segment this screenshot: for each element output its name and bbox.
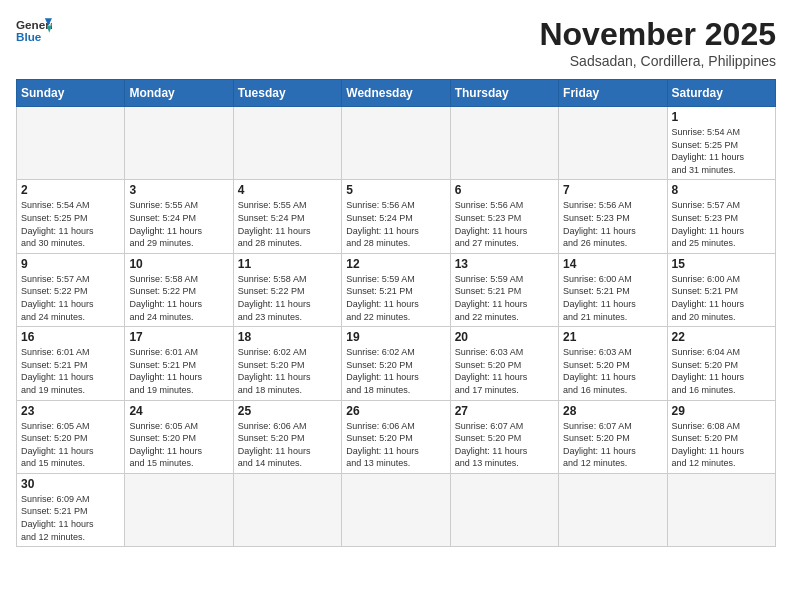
calendar-day-cell: 27Sunrise: 6:07 AM Sunset: 5:20 PM Dayli… xyxy=(450,400,558,473)
calendar-week-row: 23Sunrise: 6:05 AM Sunset: 5:20 PM Dayli… xyxy=(17,400,776,473)
weekday-header: Friday xyxy=(559,80,667,107)
calendar-day-cell: 19Sunrise: 6:02 AM Sunset: 5:20 PM Dayli… xyxy=(342,327,450,400)
title-area: November 2025 Sadsadan, Cordillera, Phil… xyxy=(539,16,776,69)
day-number: 12 xyxy=(346,257,445,271)
day-number: 3 xyxy=(129,183,228,197)
day-number: 13 xyxy=(455,257,554,271)
day-number: 16 xyxy=(21,330,120,344)
calendar-day-cell xyxy=(667,473,775,546)
day-number: 18 xyxy=(238,330,337,344)
day-info: Sunrise: 5:55 AM Sunset: 5:24 PM Dayligh… xyxy=(238,199,337,249)
calendar-day-cell: 25Sunrise: 6:06 AM Sunset: 5:20 PM Dayli… xyxy=(233,400,341,473)
day-info: Sunrise: 6:08 AM Sunset: 5:20 PM Dayligh… xyxy=(672,420,771,470)
day-number: 4 xyxy=(238,183,337,197)
day-info: Sunrise: 5:58 AM Sunset: 5:22 PM Dayligh… xyxy=(129,273,228,323)
calendar-day-cell xyxy=(342,473,450,546)
day-info: Sunrise: 5:56 AM Sunset: 5:23 PM Dayligh… xyxy=(455,199,554,249)
day-number: 29 xyxy=(672,404,771,418)
calendar-day-cell xyxy=(233,107,341,180)
calendar-day-cell: 23Sunrise: 6:05 AM Sunset: 5:20 PM Dayli… xyxy=(17,400,125,473)
day-info: Sunrise: 6:05 AM Sunset: 5:20 PM Dayligh… xyxy=(129,420,228,470)
calendar-week-row: 30Sunrise: 6:09 AM Sunset: 5:21 PM Dayli… xyxy=(17,473,776,546)
day-number: 14 xyxy=(563,257,662,271)
calendar-week-row: 2Sunrise: 5:54 AM Sunset: 5:25 PM Daylig… xyxy=(17,180,776,253)
day-number: 23 xyxy=(21,404,120,418)
day-number: 25 xyxy=(238,404,337,418)
weekday-header: Saturday xyxy=(667,80,775,107)
calendar-day-cell xyxy=(125,107,233,180)
calendar-week-row: 9Sunrise: 5:57 AM Sunset: 5:22 PM Daylig… xyxy=(17,253,776,326)
day-number: 11 xyxy=(238,257,337,271)
calendar-day-cell: 11Sunrise: 5:58 AM Sunset: 5:22 PM Dayli… xyxy=(233,253,341,326)
calendar-day-cell: 4Sunrise: 5:55 AM Sunset: 5:24 PM Daylig… xyxy=(233,180,341,253)
day-info: Sunrise: 5:59 AM Sunset: 5:21 PM Dayligh… xyxy=(455,273,554,323)
day-number: 24 xyxy=(129,404,228,418)
calendar-day-cell: 14Sunrise: 6:00 AM Sunset: 5:21 PM Dayli… xyxy=(559,253,667,326)
calendar-day-cell xyxy=(233,473,341,546)
calendar-day-cell: 9Sunrise: 5:57 AM Sunset: 5:22 PM Daylig… xyxy=(17,253,125,326)
day-info: Sunrise: 6:03 AM Sunset: 5:20 PM Dayligh… xyxy=(563,346,662,396)
calendar-day-cell: 7Sunrise: 5:56 AM Sunset: 5:23 PM Daylig… xyxy=(559,180,667,253)
weekday-header: Wednesday xyxy=(342,80,450,107)
logo: General Blue xyxy=(16,16,52,44)
day-info: Sunrise: 6:09 AM Sunset: 5:21 PM Dayligh… xyxy=(21,493,120,543)
weekday-header: Thursday xyxy=(450,80,558,107)
day-info: Sunrise: 5:56 AM Sunset: 5:23 PM Dayligh… xyxy=(563,199,662,249)
day-info: Sunrise: 5:57 AM Sunset: 5:22 PM Dayligh… xyxy=(21,273,120,323)
calendar-day-cell: 30Sunrise: 6:09 AM Sunset: 5:21 PM Dayli… xyxy=(17,473,125,546)
day-info: Sunrise: 6:07 AM Sunset: 5:20 PM Dayligh… xyxy=(563,420,662,470)
calendar-day-cell xyxy=(450,473,558,546)
calendar-day-cell: 3Sunrise: 5:55 AM Sunset: 5:24 PM Daylig… xyxy=(125,180,233,253)
calendar-day-cell: 17Sunrise: 6:01 AM Sunset: 5:21 PM Dayli… xyxy=(125,327,233,400)
day-info: Sunrise: 5:57 AM Sunset: 5:23 PM Dayligh… xyxy=(672,199,771,249)
day-info: Sunrise: 6:00 AM Sunset: 5:21 PM Dayligh… xyxy=(563,273,662,323)
day-info: Sunrise: 6:02 AM Sunset: 5:20 PM Dayligh… xyxy=(346,346,445,396)
day-info: Sunrise: 6:06 AM Sunset: 5:20 PM Dayligh… xyxy=(238,420,337,470)
day-info: Sunrise: 6:06 AM Sunset: 5:20 PM Dayligh… xyxy=(346,420,445,470)
day-number: 9 xyxy=(21,257,120,271)
calendar-day-cell xyxy=(342,107,450,180)
day-info: Sunrise: 6:04 AM Sunset: 5:20 PM Dayligh… xyxy=(672,346,771,396)
calendar-day-cell: 16Sunrise: 6:01 AM Sunset: 5:21 PM Dayli… xyxy=(17,327,125,400)
calendar-day-cell: 24Sunrise: 6:05 AM Sunset: 5:20 PM Dayli… xyxy=(125,400,233,473)
svg-text:Blue: Blue xyxy=(16,30,42,43)
day-number: 21 xyxy=(563,330,662,344)
day-info: Sunrise: 5:55 AM Sunset: 5:24 PM Dayligh… xyxy=(129,199,228,249)
calendar-week-row: 16Sunrise: 6:01 AM Sunset: 5:21 PM Dayli… xyxy=(17,327,776,400)
day-info: Sunrise: 5:59 AM Sunset: 5:21 PM Dayligh… xyxy=(346,273,445,323)
weekday-header: Monday xyxy=(125,80,233,107)
calendar-day-cell: 5Sunrise: 5:56 AM Sunset: 5:24 PM Daylig… xyxy=(342,180,450,253)
weekday-header-row: SundayMondayTuesdayWednesdayThursdayFrid… xyxy=(17,80,776,107)
day-number: 27 xyxy=(455,404,554,418)
day-number: 20 xyxy=(455,330,554,344)
day-info: Sunrise: 6:03 AM Sunset: 5:20 PM Dayligh… xyxy=(455,346,554,396)
day-info: Sunrise: 6:02 AM Sunset: 5:20 PM Dayligh… xyxy=(238,346,337,396)
day-number: 22 xyxy=(672,330,771,344)
calendar-day-cell: 12Sunrise: 5:59 AM Sunset: 5:21 PM Dayli… xyxy=(342,253,450,326)
calendar-day-cell: 28Sunrise: 6:07 AM Sunset: 5:20 PM Dayli… xyxy=(559,400,667,473)
month-title: November 2025 xyxy=(539,16,776,53)
calendar-day-cell: 26Sunrise: 6:06 AM Sunset: 5:20 PM Dayli… xyxy=(342,400,450,473)
day-info: Sunrise: 6:01 AM Sunset: 5:21 PM Dayligh… xyxy=(21,346,120,396)
calendar-day-cell: 18Sunrise: 6:02 AM Sunset: 5:20 PM Dayli… xyxy=(233,327,341,400)
calendar-day-cell: 6Sunrise: 5:56 AM Sunset: 5:23 PM Daylig… xyxy=(450,180,558,253)
day-number: 10 xyxy=(129,257,228,271)
calendar-day-cell: 2Sunrise: 5:54 AM Sunset: 5:25 PM Daylig… xyxy=(17,180,125,253)
calendar-day-cell: 10Sunrise: 5:58 AM Sunset: 5:22 PM Dayli… xyxy=(125,253,233,326)
calendar-day-cell: 8Sunrise: 5:57 AM Sunset: 5:23 PM Daylig… xyxy=(667,180,775,253)
calendar-day-cell: 21Sunrise: 6:03 AM Sunset: 5:20 PM Dayli… xyxy=(559,327,667,400)
day-number: 26 xyxy=(346,404,445,418)
calendar-day-cell: 22Sunrise: 6:04 AM Sunset: 5:20 PM Dayli… xyxy=(667,327,775,400)
calendar-day-cell: 13Sunrise: 5:59 AM Sunset: 5:21 PM Dayli… xyxy=(450,253,558,326)
day-info: Sunrise: 6:07 AM Sunset: 5:20 PM Dayligh… xyxy=(455,420,554,470)
day-number: 6 xyxy=(455,183,554,197)
calendar-week-row: 1Sunrise: 5:54 AM Sunset: 5:25 PM Daylig… xyxy=(17,107,776,180)
calendar-day-cell: 29Sunrise: 6:08 AM Sunset: 5:20 PM Dayli… xyxy=(667,400,775,473)
day-info: Sunrise: 6:05 AM Sunset: 5:20 PM Dayligh… xyxy=(21,420,120,470)
day-number: 1 xyxy=(672,110,771,124)
calendar-day-cell: 20Sunrise: 6:03 AM Sunset: 5:20 PM Dayli… xyxy=(450,327,558,400)
day-number: 19 xyxy=(346,330,445,344)
day-info: Sunrise: 6:01 AM Sunset: 5:21 PM Dayligh… xyxy=(129,346,228,396)
day-info: Sunrise: 5:58 AM Sunset: 5:22 PM Dayligh… xyxy=(238,273,337,323)
day-number: 5 xyxy=(346,183,445,197)
